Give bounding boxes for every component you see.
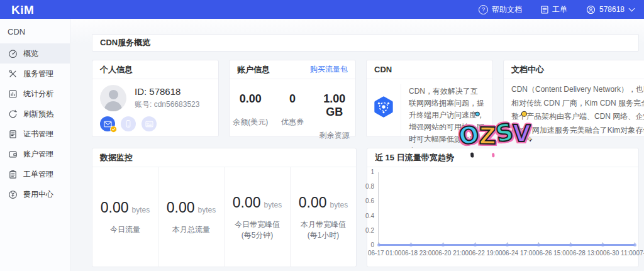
email-verified-button[interactable]	[100, 116, 115, 131]
work-order-link[interactable]: 工单	[541, 4, 567, 15]
data-monitor-header: 数据监控	[92, 148, 356, 167]
identity-unverified-button[interactable]	[142, 116, 157, 131]
docs-center-title: 文档中心	[511, 64, 544, 75]
data-point-marker	[601, 243, 604, 246]
sidebar-item-service-mgmt[interactable]: 服务管理	[0, 64, 70, 84]
sidebar-item-certificates[interactable]: 证书管理	[0, 124, 70, 144]
top-navbar: KiM ? 帮助文档 工单 578618	[0, 0, 644, 19]
chevron-down-icon	[629, 6, 635, 12]
user-icon	[586, 5, 596, 14]
docs-center-card: 文档中心 更多 CDN（Content Delivery Network），也即…	[503, 60, 644, 137]
account-name-text: 账号: cdn56683523	[135, 99, 199, 110]
data-point-marker	[633, 243, 636, 246]
sidebar-item-label: 工单管理	[23, 169, 53, 180]
sidebar-item-label: 概览	[23, 48, 38, 59]
docs-center-header: 文档中心 更多	[504, 60, 644, 79]
sidebar-item-billing-center[interactable]: 费用中心	[0, 184, 70, 204]
help-docs-label: 帮助文档	[492, 4, 522, 15]
sidebar-item-statistics[interactable]: 统计分析	[0, 84, 70, 104]
y-tick-label: 0.2	[365, 228, 374, 234]
sidebar-item-work-orders[interactable]: 工单管理	[0, 164, 70, 184]
data-point-marker	[409, 243, 413, 246]
clipboard-icon	[8, 170, 18, 179]
y-tick-label: 1	[370, 169, 374, 175]
x-tick-label: 06-18 23:00	[401, 250, 435, 257]
sidebar-item-label: 账户管理	[23, 149, 53, 160]
x-tick-label: 06-17 01:00	[368, 250, 401, 257]
navbar-right: ? 帮助文档 工单 578618	[479, 4, 634, 15]
sidebar: CDN 概览 服务管理 统计分析 刷新预热 证书管理	[0, 19, 70, 271]
data-point-marker	[441, 243, 445, 246]
cdn-product-card: CDN CDN，有效解决了互联网网络拥塞问题，提升终端用户访问速度，增强网站的可…	[366, 60, 493, 137]
account-info-card: 账户信息 购买流量包 0.00 余额(美元) 0 优惠券 1.00 GB 剩余资…	[229, 60, 356, 137]
certificate-icon	[8, 130, 18, 139]
today-traffic-unit: bytes	[132, 206, 150, 214]
verified-badge-icon	[110, 126, 117, 133]
remaining-resource-value: 1.00 GB	[313, 92, 355, 119]
month-traffic-label: 本月总流量	[172, 224, 210, 235]
data-point-marker	[474, 243, 477, 246]
cdn-icon-box	[367, 84, 401, 142]
data-monitor-body: 0.00 bytes 今日流量 0.00 bytes 本月总流量	[92, 167, 356, 267]
personal-info-card: 个人信息 ID: 578618 账号: cdn56683523	[92, 60, 219, 137]
y-tick-label: 0.6	[365, 198, 374, 204]
month-bandwidth-peak-stat: 0.00 bytes 本月带宽峰值 (每1小时)	[290, 167, 356, 267]
buy-traffic-pack-link[interactable]: 购买流量包	[310, 64, 348, 75]
x-tick-label: 06-28 13:00	[569, 250, 602, 257]
data-point-marker	[569, 243, 572, 246]
y-axis-labels: 00.20.40.60.81	[367, 172, 376, 245]
cdn-product-content: CDN，有效解决了互联网网络拥塞问题，提升终端用户访问速度，增强网站的可用性，同…	[401, 84, 492, 142]
personal-info-header: 个人信息	[92, 60, 218, 79]
account-info-header: 账户信息 购买流量包	[230, 60, 355, 79]
today-traffic-label: 今日流量	[110, 224, 140, 235]
x-tick-label: 06-30 11:00	[603, 250, 636, 257]
currency-icon	[8, 190, 18, 199]
month-traffic-stat: 0.00 bytes 本月总流量	[158, 167, 224, 267]
sidebar-item-label: 费用中心	[23, 189, 53, 200]
coupon-label: 优惠券	[272, 117, 314, 128]
account-info-body: 0.00 余额(美元) 0 优惠券 1.00 GB 剩余资源	[230, 79, 355, 141]
sidebar-item-overview[interactable]: 概览	[0, 43, 70, 64]
trend-chart-card: 近 15 日流量带宽趋势 00.20.40.60.81 06-17 01:000…	[367, 148, 639, 267]
sidebar-item-label: 服务管理	[23, 69, 53, 79]
month-bandwidth-peak-value: 0.00	[299, 194, 327, 211]
trend-chart-title: 近 15 日流量带宽趋势	[375, 152, 454, 163]
coupon-stat: 0 优惠券	[272, 92, 314, 141]
bar-chart-icon	[8, 89, 18, 99]
page-title-bar: CDN服务概览	[92, 34, 639, 52]
month-traffic-value: 0.00	[167, 199, 195, 216]
sidebar-section-title: CDN	[0, 19, 70, 43]
sidebar-item-refresh-prewarm[interactable]: 刷新预热	[0, 104, 70, 124]
today-bandwidth-peak-stat: 0.00 bytes 今日带宽峰值 (每5分钟)	[224, 167, 290, 267]
x-tick-label: 06-26 15:00	[536, 250, 569, 257]
cdn-hexagon-icon	[372, 96, 395, 118]
doc-link-item[interactable]: Kim全网加速服务完美融合了Kim对象存储和 CDN ...	[511, 124, 644, 138]
doc-link-item[interactable]: 相对传统 CDN 厂商，Kim CDN 服务完全实现全自...	[511, 97, 644, 111]
phone-unverified-button[interactable]	[121, 116, 136, 131]
user-menu[interactable]: 578618	[586, 5, 634, 14]
month-bandwidth-peak-unit: bytes	[330, 201, 348, 209]
cdn-product-body: CDN，有效解决了互联网网络拥塞问题，提升终端用户访问速度，增强网站的可用性，同…	[367, 79, 492, 142]
brand-logo[interactable]: KiM	[11, 4, 34, 16]
chart-plot	[378, 172, 635, 245]
help-docs-link[interactable]: ? 帮助文档	[479, 4, 522, 15]
y-tick-label: 0.4	[365, 213, 374, 219]
sidebar-item-label: 统计分析	[23, 89, 53, 99]
sidebar-item-label: 证书管理	[23, 129, 53, 140]
today-bandwidth-peak-label: 今日带宽峰值	[235, 219, 280, 230]
balance-value: 0.00	[230, 92, 272, 106]
balance-stat: 0.00 余额(美元)	[230, 92, 272, 141]
doc-link-item[interactable]: CDN（Content Delivery Network），也即内容分发...	[511, 83, 644, 97]
user-id-label: 578618	[599, 5, 625, 14]
sidebar-item-account-mgmt[interactable]: 账户管理	[0, 144, 70, 164]
doc-link-item[interactable]: 整个产品架构由客户端、CDN 网络、企业源站，...	[511, 110, 644, 124]
today-bandwidth-peak-unit: bytes	[264, 201, 282, 209]
x-axis-labels: 06-17 01:0006-18 23:0006-20 21:0006-22 1…	[368, 250, 638, 257]
gauge-icon	[8, 49, 18, 58]
cdn-description: CDN，有效解决了互联网网络拥塞问题，提升终端用户访问速度，增强网站的可用性，同…	[409, 86, 485, 157]
main-content: CDN服务概览 个人信息 ID: 578618 账号: cdn56683523	[70, 19, 644, 271]
summary-cards-row: 个人信息 ID: 578618 账号: cdn56683523	[92, 60, 639, 137]
trend-chart-body: 00.20.40.60.81 06-17 01:0006-18 23:0006-…	[367, 167, 638, 267]
data-monitor-card: 数据监控 0.00 bytes 今日流量 0.00 bytes 本月总流	[92, 148, 357, 267]
document-icon	[541, 6, 548, 14]
